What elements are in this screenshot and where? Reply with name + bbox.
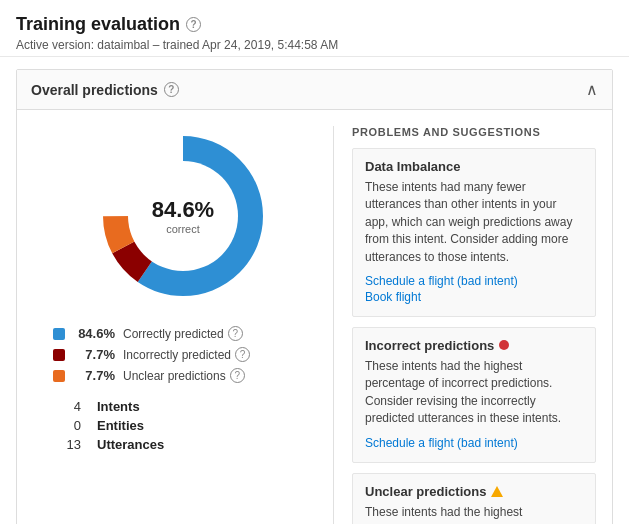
unclear-predictions-title: Unclear predictions <box>365 484 583 499</box>
legend-pct-incorrectly: 7.7% <box>73 347 115 362</box>
legend-row-correctly: 84.6% Correctly predicted ? <box>53 326 333 341</box>
stats-list: 4 Intents 0 Entities 13 Utterances <box>33 399 333 456</box>
page-title: Training evaluation ? <box>16 14 613 35</box>
donut-label: correct <box>152 223 214 235</box>
title-text: Training evaluation <box>16 14 180 35</box>
donut-percentage: 84.6% <box>152 197 214 223</box>
stat-entities: 0 Entities <box>53 418 333 433</box>
data-imbalance-link-2[interactable]: Book flight <box>365 290 583 304</box>
legend-pct-unclear: 7.7% <box>73 368 115 383</box>
error-icon <box>499 340 509 350</box>
incorrect-predictions-link-1[interactable]: Schedule a flight (bad intent) <box>365 436 583 450</box>
overall-predictions-panel: Overall predictions ? ∧ 84.6% <box>16 69 613 524</box>
overall-header: Overall predictions ? ∧ <box>17 70 612 110</box>
collapse-icon[interactable]: ∧ <box>586 80 598 99</box>
overall-header-title: Overall predictions ? <box>31 82 179 98</box>
title-help-icon[interactable]: ? <box>186 17 201 32</box>
donut-chart: 84.6% correct <box>93 126 273 306</box>
stat-utterances: 13 Utterances <box>53 437 333 452</box>
page-subtitle: Active version: dataimbal – trained Apr … <box>16 38 613 52</box>
data-imbalance-link-1[interactable]: Schedule a flight (bad intent) <box>365 274 583 288</box>
data-imbalance-title: Data Imbalance <box>365 159 583 174</box>
donut-center: 84.6% correct <box>152 197 214 235</box>
data-imbalance-body: These intents had many fewer utterances … <box>365 179 583 266</box>
overall-title-text: Overall predictions <box>31 82 158 98</box>
unclear-predictions-card: Unclear predictions These intents had th… <box>352 473 596 524</box>
legend-help-unclear[interactable]: ? <box>230 368 245 383</box>
warn-icon <box>491 486 503 497</box>
overall-body: 84.6% correct 84.6% Correctly predicted … <box>17 110 612 524</box>
legend-row-incorrectly: 7.7% Incorrectly predicted ? <box>53 347 333 362</box>
legend-dot-correctly <box>53 328 65 340</box>
legend-row-unclear: 7.7% Unclear predictions ? <box>53 368 333 383</box>
page-header: Training evaluation ? Active version: da… <box>0 0 629 57</box>
legend-dot-unclear <box>53 370 65 382</box>
stat-intents: 4 Intents <box>53 399 333 414</box>
legend-dot-incorrectly <box>53 349 65 361</box>
unclear-predictions-body: These intents had the highest percentage… <box>365 504 583 524</box>
problems-title: PROBLEMS AND SUGGESTIONS <box>352 126 596 138</box>
left-section: 84.6% correct 84.6% Correctly predicted … <box>33 126 333 524</box>
overall-help-icon[interactable]: ? <box>164 82 179 97</box>
legend-help-incorrectly[interactable]: ? <box>235 347 250 362</box>
legend-desc-unclear: Unclear predictions ? <box>123 368 245 383</box>
incorrect-predictions-card: Incorrect predictions These intents had … <box>352 327 596 463</box>
right-section: PROBLEMS AND SUGGESTIONS Data Imbalance … <box>333 126 596 524</box>
incorrect-predictions-title: Incorrect predictions <box>365 338 583 353</box>
legend-help-correctly[interactable]: ? <box>228 326 243 341</box>
legend: 84.6% Correctly predicted ? 7.7% Incorre… <box>33 326 333 389</box>
legend-pct-correctly: 84.6% <box>73 326 115 341</box>
data-imbalance-card: Data Imbalance These intents had many fe… <box>352 148 596 317</box>
legend-desc-correctly: Correctly predicted ? <box>123 326 243 341</box>
incorrect-predictions-body: These intents had the highest percentage… <box>365 358 583 428</box>
legend-desc-incorrectly: Incorrectly predicted ? <box>123 347 250 362</box>
